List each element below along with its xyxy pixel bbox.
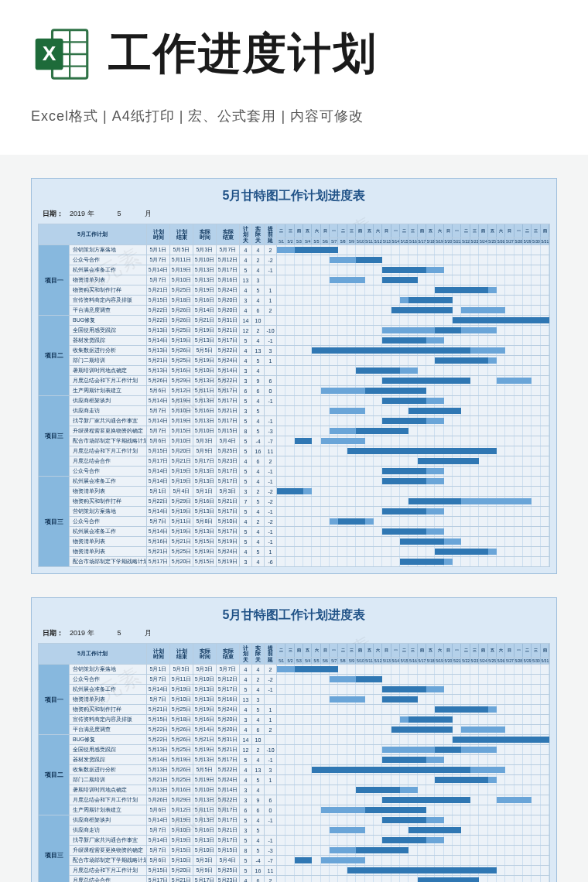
plan-end: 5月19日: [170, 265, 193, 275]
gantt-cell: [277, 725, 550, 735]
actual-days: 4: [252, 665, 265, 675]
plan-start: 5月13日: [147, 346, 170, 356]
plan-start: 5月14日: [147, 396, 170, 406]
delay-days: -1: [265, 396, 277, 406]
plan-start: 5月14日: [147, 336, 170, 346]
delay-days: -1: [265, 815, 277, 826]
plan-end: 5月11日: [170, 675, 193, 685]
plan-end: 5月20日: [170, 446, 193, 456]
task-name: 暑期培训时间地点确定: [70, 366, 147, 376]
actual-end: 5月20日: [217, 306, 240, 316]
delay-days: [265, 826, 277, 836]
actual-start: 5月1日: [193, 487, 217, 497]
delay-days: 1: [265, 705, 277, 715]
col-delay: 提 前 延: [265, 644, 277, 665]
plan-end: 5月19日: [170, 396, 193, 406]
delay-days: -7: [265, 436, 277, 446]
plan-end: 5月12日: [170, 805, 193, 815]
actual-end: 5月17日: [217, 467, 240, 477]
plan-end: 5月18日: [170, 715, 193, 725]
svg-text:X: X: [43, 42, 56, 65]
delay-days: [265, 735, 277, 745]
plan-days: 5: [240, 685, 252, 695]
plan-days: 3: [240, 487, 252, 497]
task-name: 月度总结会和下月工作计划: [70, 795, 147, 805]
plan-days: 5: [240, 815, 252, 826]
delay-days: [265, 406, 277, 416]
actual-days: 4: [252, 715, 265, 725]
delay-days: 6: [265, 795, 277, 805]
task-name: 物资购买和制作打样: [70, 497, 147, 507]
actual-days: 4: [252, 815, 265, 826]
plan-end: 5月26日: [170, 316, 193, 326]
actual-start: 5月21日: [193, 316, 217, 326]
date-header: 5/15/25/35/45/55/65/75/85/95/105/115/125…: [277, 238, 550, 245]
task-name: 公众号合作: [70, 675, 147, 685]
plan-start: 5月26日: [147, 376, 170, 386]
actual-end: 5月16日: [217, 695, 240, 705]
actual-end: 5月7日: [217, 665, 240, 675]
actual-start: 5月3日: [193, 856, 217, 866]
actual-start: 5月5日: [193, 346, 217, 356]
actual-start: 5月16日: [193, 296, 217, 306]
plan-start: 5月6日: [147, 805, 170, 815]
plan-end: 5月10日: [170, 275, 193, 285]
actual-end: 5月17日: [217, 805, 240, 815]
gantt-cell: [277, 795, 550, 805]
delay-days: -1: [265, 537, 277, 547]
actual-start: 5月13日: [193, 477, 217, 487]
actual-start: 5月16日: [193, 497, 217, 507]
actual-end: 5月31日: [217, 316, 240, 326]
task-name: BUG修复: [70, 316, 147, 326]
plan-end: 5月5日: [170, 245, 193, 255]
plan-end: 5月25日: [170, 547, 193, 557]
plan-end: 5月25日: [170, 326, 193, 336]
plan-end: 5月29日: [170, 795, 193, 805]
delay-days: 11: [265, 446, 277, 456]
actual-end: 5月23日: [217, 876, 240, 882]
plan-days: 5: [240, 866, 252, 876]
plan-start: 5月22日: [147, 497, 170, 507]
plan-end: 5月25日: [170, 705, 193, 715]
gantt-cell: [277, 296, 550, 306]
delay-days: 3: [265, 765, 277, 775]
plan-start: 5月7日: [147, 255, 170, 265]
col-act_start: 实际 时间: [193, 224, 217, 245]
task-name: 供应商框架谈判: [70, 815, 147, 826]
gantt-cell: [277, 346, 550, 356]
gantt-cell: [277, 416, 550, 426]
gantt-cell: [277, 826, 550, 836]
delay-days: -1: [265, 527, 277, 537]
actual-days: 10: [252, 316, 265, 326]
task-name: 配合市场部制定下学期战略计划: [70, 557, 147, 567]
delay-days: -2: [265, 255, 277, 265]
plan-days: 6: [240, 805, 252, 815]
plan-days: 5: [240, 416, 252, 426]
plan-start: 5月15日: [147, 715, 170, 725]
gantt-cell: [277, 456, 550, 467]
actual-start: 5月13日: [193, 376, 217, 386]
delay-days: 1: [265, 547, 277, 557]
task-name: 暑期培训时间地点确定: [70, 785, 147, 795]
plan-end: 5月4日: [170, 487, 193, 497]
actual-end: 5月16日: [217, 275, 240, 285]
actual-days: 4: [252, 245, 265, 255]
actual-days: 5: [252, 426, 265, 436]
weekday-header: 二三四五六日一二三四五六日一二三四五六日一二三四五六日一二三四: [277, 224, 550, 238]
plan-start: 5月7日: [147, 426, 170, 436]
gantt-cell: [277, 785, 550, 795]
actual-start: 5月16日: [193, 406, 217, 416]
plan-start: 5月7日: [147, 846, 170, 856]
plan-start: 5月7日: [147, 695, 170, 705]
actual-days: 5: [252, 846, 265, 856]
plan-days: 3: [240, 557, 252, 567]
gantt-cell: [277, 876, 550, 882]
plan-start: 5月14日: [147, 815, 170, 826]
actual-end: 5月24日: [217, 547, 240, 557]
plan-end: 5月26日: [170, 306, 193, 316]
gantt-cell: [277, 547, 550, 557]
actual-days: 4: [252, 537, 265, 547]
actual-start: 5月5日: [193, 765, 217, 775]
hero-header: X 工作进度计划 Excel格式 | A4纸打印 | 宏、公式套用 | 内容可修…: [0, 0, 588, 155]
gantt-cell: [277, 755, 550, 765]
